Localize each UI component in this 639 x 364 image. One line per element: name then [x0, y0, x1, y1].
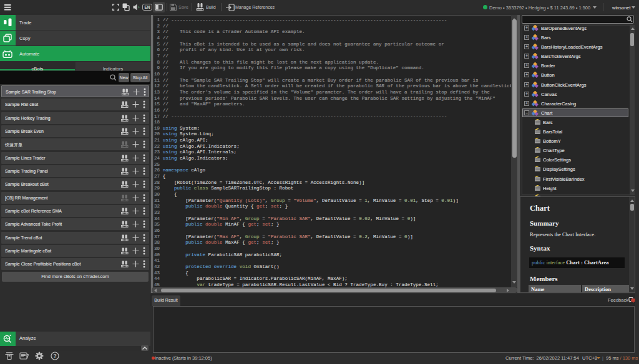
- svg-text:?: ?: [53, 353, 56, 359]
- svg-text:EN: EN: [144, 5, 150, 9]
